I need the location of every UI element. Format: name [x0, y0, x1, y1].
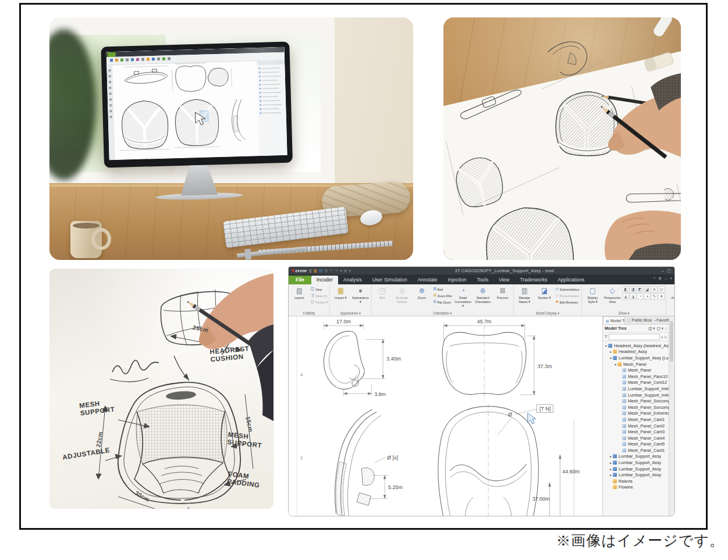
- ribbon-button[interactable]: ◇Perspective View: [603, 285, 622, 311]
- tree-expander[interactable]: ▸: [609, 473, 613, 477]
- ribbon-control-icon[interactable]: –: [665, 276, 667, 281]
- ribbon-tab[interactable]: Annotate: [413, 276, 443, 284]
- tree-expander[interactable]: ▾: [604, 344, 608, 348]
- titlebar-control-icon[interactable]: ▢: [667, 269, 671, 273]
- tree-toolbar-icon[interactable]: ◫ ▾: [648, 326, 655, 331]
- ribbon-control-icon[interactable]: ^: [654, 276, 655, 281]
- show-toggle-icon[interactable]: ◮: [630, 293, 636, 299]
- ribbon-button[interactable]: ▢Display Style ▾: [583, 285, 602, 311]
- tree-item[interactable]: Mesh_Panel_Cant1: [618, 447, 669, 454]
- tree-expander[interactable]: ▸: [609, 467, 613, 471]
- ribbon-button[interactable]: ●Appearance ▾: [351, 285, 370, 311]
- ribbon-tab[interactable]: Tools: [471, 276, 493, 284]
- show-toggle-icon[interactable]: ✎: [651, 293, 658, 299]
- filter-control-icon[interactable]: ⊙: [664, 335, 667, 339]
- ribbon-button[interactable]: ▥Furties ▾: [310, 299, 329, 305]
- scrollbar[interactable]: [669, 316, 674, 516]
- tree-expander[interactable]: ▸: [609, 461, 613, 465]
- ribbon-tab[interactable]: Traderworks: [515, 276, 553, 284]
- quick-access-icon[interactable]: ▯: [309, 269, 311, 273]
- ribbon-button[interactable]: ◪Section ▾: [535, 285, 554, 311]
- show-toggle-icon[interactable]: ◑: [644, 293, 650, 299]
- ribbon-button[interactable]: ⊠Precess: [493, 285, 512, 311]
- quick-access-icon[interactable]: ▨: [313, 269, 317, 273]
- show-toggle-icon[interactable]: ◭: [623, 293, 629, 299]
- ribbon-tab[interactable]: Incoder: [311, 276, 338, 284]
- show-toggle-icon[interactable]: ◔: [637, 293, 643, 299]
- ribbon-button[interactable]: ▥Manage Status ▾: [515, 285, 534, 311]
- tree-toolbar-icon[interactable]: ▢ ▾: [657, 326, 663, 331]
- tree-item[interactable]: Mesh_Panel_Sorcompra_panel: [618, 398, 669, 404]
- show-toggle-icon[interactable]: ▾: [658, 293, 665, 299]
- ribbon-button[interactable]: ✓Activate: [667, 285, 674, 311]
- tree-item[interactable]: Lumbar_Support_Imilost_hanel16: [618, 392, 669, 398]
- show-toggle-icon[interactable]: ◪: [644, 286, 650, 293]
- scrollbar-thumb[interactable]: [670, 321, 673, 362]
- tree-item[interactable]: Mesh_Panel_Extrenton_panel: [618, 411, 669, 417]
- quick-access-icon[interactable]: ↷: [335, 269, 338, 273]
- ribbon-tab[interactable]: Applications: [552, 276, 589, 284]
- ribbon-button[interactable]: ◳Belt: [372, 285, 392, 311]
- ribbon-button[interactable]: ▱Subtrelelistion: [555, 286, 581, 292]
- titlebar-control-icon[interactable]: –: [661, 269, 663, 273]
- ribbon-button[interactable]: ⊟Rip Zoom: [432, 299, 453, 305]
- tree-expander[interactable]: ▾: [613, 362, 617, 366]
- tree-filter-input[interactable]: [609, 334, 660, 340]
- ribbon-button[interactable]: ⊕Zoom: [412, 285, 431, 311]
- ribbon-button[interactable]: ⊞Belt: [432, 286, 453, 292]
- ribbon-tab[interactable]: File: [289, 276, 311, 284]
- quick-access-icon[interactable]: ▾: [340, 269, 342, 273]
- quick-access-icon[interactable]: ⊞: [344, 269, 347, 273]
- ribbon-tab[interactable]: User Simulation: [367, 276, 413, 284]
- show-toggle-icon[interactable]: ◩: [637, 286, 643, 293]
- tree-expander[interactable]: ▸: [609, 349, 613, 354]
- ribbon-button[interactable]: ◔Sixad Consulation ▾: [453, 285, 473, 311]
- ribbon-button[interactable]: ⊛Standard Orientation: [473, 285, 492, 311]
- quick-access-icon[interactable]: ↶: [329, 269, 333, 273]
- drawing-canvas[interactable]: 4 2: [289, 316, 602, 516]
- tree-item[interactable]: ▾ Lumbar_Support_Assy (Lumbar_Suppo: [609, 355, 669, 361]
- tree-item[interactable]: ▾ Mesh_Panel: [613, 361, 669, 368]
- tree-item[interactable]: Mesh_Panel_Cant2: [618, 423, 669, 429]
- tree-item[interactable]: Mesh_Panel_Cant1: [618, 416, 669, 423]
- tree-item[interactable]: Mesh_Panel: [618, 367, 669, 373]
- tree-item[interactable]: ▸ Headrest_Assy: [609, 349, 669, 355]
- quick-access-icon[interactable]: ⊟: [325, 269, 328, 273]
- ribbon-tab[interactable]: Injection: [443, 276, 472, 284]
- show-toggle-icon[interactable]: ◨: [630, 286, 636, 293]
- panel-tab[interactable]: ▤ Model Tox: [603, 316, 625, 324]
- ribbon-tab[interactable]: View: [493, 276, 514, 284]
- panel-tab[interactable]: ▪ Favorite: [652, 316, 669, 324]
- tree-item[interactable]: Lumbar_Support_Imilost_panel: [618, 386, 669, 392]
- ribbon-control-icon[interactable]: ×: [670, 276, 672, 281]
- tree-item[interactable]: Relevts: [609, 478, 669, 484]
- tree-expander[interactable]: ▸: [609, 454, 613, 458]
- ribbon-control-icon[interactable]: ⊕: [658, 276, 662, 281]
- show-toggle-icon[interactable]: ◧: [623, 286, 629, 293]
- ribbon-button[interactable]: ⊕Zoom Rist: [432, 293, 453, 298]
- tree-item[interactable]: ▸ Lumbar_Support_Assy: [609, 466, 669, 472]
- tree-item[interactable]: Flowine: [609, 484, 669, 491]
- show-toggle-icon[interactable]: ▭: [658, 286, 665, 293]
- ribbon-button[interactable]: ▱Proved lettion: [555, 293, 581, 298]
- ribbon-button[interactable]: ◫View: [310, 286, 329, 292]
- tree-item[interactable]: Mesh_Panel_Cant4: [618, 435, 669, 441]
- panel-tab[interactable]: ▢ Public Browser: [625, 316, 652, 324]
- ribbon-button[interactable]: ◨Views fit: [310, 293, 329, 298]
- quick-access-icon[interactable]: ▤: [319, 269, 323, 273]
- tree-item[interactable]: Mesh_Panel_Cant3: [618, 429, 669, 435]
- tree-item[interactable]: ▸ Lumbar_Support_Assy: [609, 454, 669, 460]
- tree-expander[interactable]: ▾: [609, 356, 613, 360]
- filter-control-icon[interactable]: ▾: [661, 335, 663, 339]
- ribbon-button[interactable]: ▰Edit Reviews: [555, 299, 581, 305]
- tree-item[interactable]: Mesh_Panel_Sorcompra_hanel4: [618, 404, 669, 411]
- show-toggle-icon[interactable]: A: [651, 286, 658, 293]
- ribbon-button[interactable]: ◎Evaluate Aeliose: [392, 285, 411, 311]
- tree-toolbar-icon[interactable]: ↕: [665, 326, 667, 331]
- ribbon-button[interactable]: ▦Impact ▾: [331, 285, 350, 311]
- tree-item[interactable]: Mesh_Panel_Panc10: [618, 373, 669, 380]
- tree-item[interactable]: ▾ Headrest_Assy (headrest_Assy): [604, 343, 669, 349]
- ribbon-button[interactable]: ▧Layers: [290, 285, 309, 311]
- tree-item[interactable]: ▸ Lumbar_Support_Assy: [609, 472, 669, 478]
- tree-item[interactable]: ▸ Lumbar_Support_Assy: [609, 459, 669, 466]
